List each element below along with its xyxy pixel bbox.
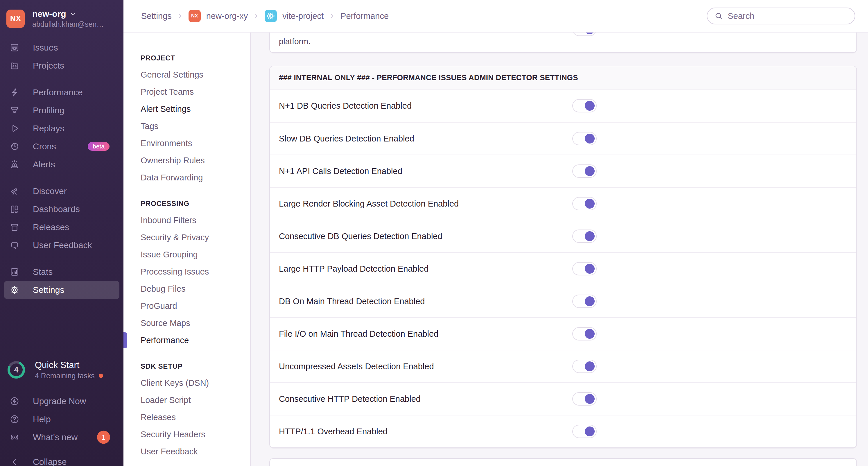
quick-start[interactable]: 4 Quick Start 4 Remaining tasks xyxy=(6,360,103,380)
profiling-icon xyxy=(9,105,20,115)
subnav-item-label: General Settings xyxy=(141,70,203,79)
quick-start-subtitle: 4 Remaining tasks xyxy=(35,372,95,380)
detector-toggle[interactable] xyxy=(572,197,597,210)
sidebar-item-settings[interactable]: Settings xyxy=(4,281,119,299)
detector-rows: N+1 DB Queries Detection Enabled Slow DB… xyxy=(270,90,857,447)
subnav-item[interactable]: User Feedback xyxy=(141,443,250,460)
detector-toggle[interactable] xyxy=(572,392,597,406)
clipped-toggle[interactable] xyxy=(572,33,597,36)
sidebar-item-alerts[interactable]: Alerts xyxy=(4,155,119,174)
next-panel-top-edge xyxy=(269,458,857,466)
issues-icon xyxy=(9,43,20,53)
subnav-item-label: Security & Privacy xyxy=(141,233,209,242)
subnav-item[interactable]: Alert Settings xyxy=(141,100,250,118)
subnav-item[interactable]: Loader Script xyxy=(141,392,250,409)
help-icon xyxy=(9,414,20,424)
sidebar-item-upgrade-now[interactable]: Upgrade Now xyxy=(4,392,119,410)
sidebar-item-issues[interactable]: Issues xyxy=(4,39,119,57)
subnav-list: Inbound Filters Security & Privacy Issue… xyxy=(141,212,250,349)
detector-toggle[interactable] xyxy=(572,360,597,373)
sidebar-item-label: User Feedback xyxy=(33,240,92,250)
search-box[interactable] xyxy=(707,7,855,24)
subnav-item[interactable]: Security Headers xyxy=(141,426,250,443)
detector-row: Slow DB Queries Detection Enabled xyxy=(270,122,857,155)
subnav-item[interactable]: Client Keys (DSN) xyxy=(141,374,250,392)
breadcrumb-project[interactable]: vite-project xyxy=(282,11,323,21)
subnav-item[interactable]: General Settings xyxy=(141,66,250,83)
sidebar-item-dashboards[interactable]: Dashboards xyxy=(4,200,119,218)
sidebar-item-label: What's new xyxy=(33,432,78,442)
subnav-item-label: Releases xyxy=(141,412,176,422)
replays-icon xyxy=(9,123,20,133)
detector-label: Large HTTP Payload Detection Enabled xyxy=(279,264,429,274)
releases-icon xyxy=(9,222,20,232)
search-input[interactable] xyxy=(727,11,849,21)
detector-toggle[interactable] xyxy=(572,99,597,113)
subnav-item-label: Source Maps xyxy=(141,318,190,328)
sidebar-item-projects[interactable]: Projects xyxy=(4,57,119,75)
upgrade-icon xyxy=(9,396,20,406)
sidebar-item-label: Help xyxy=(33,414,51,424)
breadcrumb-organization[interactable]: new-org-xy xyxy=(206,11,248,21)
sidebar-item-label: Crons xyxy=(33,142,56,151)
subnav-item[interactable]: Security & Privacy xyxy=(141,229,250,246)
sidebar-item-label: Performance xyxy=(33,88,83,97)
sidebar-item-replays[interactable]: Replays xyxy=(4,119,119,137)
subnav-item[interactable]: Releases xyxy=(141,409,250,426)
subnav-section-title: PROCESSING xyxy=(141,197,250,211)
sidebar-item-help[interactable]: Help xyxy=(4,410,119,428)
sidebar-collapse-button[interactable]: Collapse xyxy=(4,453,119,466)
chevron-right-icon xyxy=(177,13,183,19)
gear-icon xyxy=(9,285,20,295)
subnav-item[interactable]: Data Forwarding xyxy=(141,169,250,186)
subnav-item-label: Alert Settings xyxy=(141,104,191,114)
detector-toggle[interactable] xyxy=(572,229,597,243)
subnav-item[interactable]: Tags xyxy=(141,118,250,135)
subnav-item[interactable]: Project Teams xyxy=(141,83,250,100)
detector-row: Consecutive DB Queries Detection Enabled xyxy=(270,220,857,252)
sidebar-item-crons[interactable]: Crons beta xyxy=(4,137,119,155)
subnav-item[interactable]: Performance xyxy=(141,332,250,349)
detector-label: Consecutive HTTP Detection Enabled xyxy=(279,394,421,404)
subnav-item[interactable]: Inbound Filters xyxy=(141,212,250,229)
subnav-section-title: PROJECT xyxy=(141,51,250,65)
subnav-item-label: User Feedback xyxy=(141,447,198,456)
detector-toggle[interactable] xyxy=(572,132,597,145)
detector-label: File I/O on Main Thread Detection Enable… xyxy=(279,329,438,339)
sidebar-group-monitoring: Performance Profiling Replays Crons beta… xyxy=(0,83,123,174)
sidebar-item-stats[interactable]: Stats xyxy=(4,263,119,281)
sidebar-item-whats-new[interactable]: What's new 1 xyxy=(4,428,119,446)
subnav-item[interactable]: Processing Issues xyxy=(141,263,250,280)
subnav-item[interactable]: Environments xyxy=(141,135,250,152)
sidebar-item-discover[interactable]: Discover xyxy=(4,182,119,200)
quick-start-title: Quick Start xyxy=(35,360,103,370)
detector-toggle[interactable] xyxy=(572,164,597,178)
subnav-item[interactable]: Debug Files xyxy=(141,280,250,298)
detector-toggle[interactable] xyxy=(572,425,597,438)
org-switcher[interactable]: NX new-org abdullah.khan@sen… xyxy=(0,0,123,28)
subnav-section-sdk-setup: SDK SETUP Client Keys (DSN) Loader Scrip… xyxy=(141,360,250,460)
subnav-list: Client Keys (DSN) Loader Script Releases… xyxy=(141,374,250,460)
subnav-item[interactable]: Issue Grouping xyxy=(141,246,250,263)
detector-settings-panel: ### INTERNAL ONLY ### - PERFORMANCE ISSU… xyxy=(269,66,857,448)
breadcrumb-settings[interactable]: Settings xyxy=(141,11,172,21)
sidebar-item-releases[interactable]: Releases xyxy=(4,218,119,236)
detector-row: Uncompressed Assets Detection Enabled xyxy=(270,350,857,382)
sentry-settings-page: NX new-org abdullah.khan@sen… Issues Pro… xyxy=(0,0,868,466)
sidebar-item-performance[interactable]: Performance xyxy=(4,83,119,101)
subnav-item[interactable]: ProGuard xyxy=(141,298,250,315)
sidebar-item-user-feedback[interactable]: User Feedback xyxy=(4,236,119,254)
detector-label: Large Render Blocking Asset Detection En… xyxy=(279,199,459,209)
detector-toggle[interactable] xyxy=(572,294,597,308)
crons-icon xyxy=(9,142,20,151)
performance-icon xyxy=(9,88,20,97)
sidebar-item-label: Stats xyxy=(33,267,53,277)
subnav-item[interactable]: Source Maps xyxy=(141,315,250,332)
sidebar-item-profiling[interactable]: Profiling xyxy=(4,101,119,119)
sidebar-item-label: Dashboards xyxy=(33,204,80,214)
subnav-item-label: Tags xyxy=(141,121,158,131)
detector-toggle[interactable] xyxy=(572,327,597,341)
subnav-item-label: Loader Script xyxy=(141,395,191,405)
detector-toggle[interactable] xyxy=(572,262,597,275)
subnav-item[interactable]: Ownership Rules xyxy=(141,152,250,169)
